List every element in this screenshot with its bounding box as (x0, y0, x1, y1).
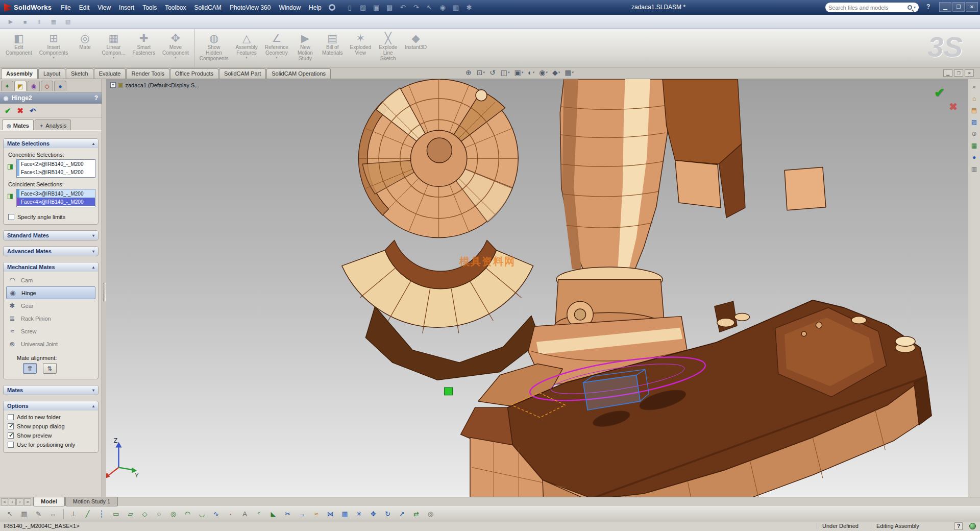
appearances-scenes-icon[interactable]: ● (972, 154, 976, 161)
propertymanager-tab[interactable]: ◩ (14, 81, 27, 91)
selection-row[interactable]: Face<3>@IRB140_-_M200 (17, 189, 95, 198)
selection-row[interactable]: Face<2>@IRB140_-_M200 (17, 160, 95, 168)
model-tab[interactable]: Motion Study 1 (65, 497, 118, 506)
show-hidden-components-button[interactable]: ◍ Show Hidden Components (194, 29, 232, 67)
search-icon[interactable] (908, 5, 912, 10)
open-icon[interactable]: ▨ (359, 4, 368, 11)
command-tab[interactable]: Render Tools (126, 68, 169, 79)
spline-icon[interactable]: ∿ (210, 509, 222, 519)
point-icon[interactable]: ∙ (225, 509, 236, 519)
custom-properties-icon[interactable]: ▥ (971, 165, 977, 173)
macro-stop-icon[interactable]: ■ (19, 17, 31, 27)
circular-pattern-icon[interactable]: ✳ (353, 509, 365, 519)
appearances-icon[interactable]: ◆▾ (552, 68, 560, 77)
snapshot-icon[interactable]: ▧ (62, 17, 74, 27)
concentric-selection-list[interactable]: Face<2>@IRB140_-_M200 Face<1>@IRB140_-_M… (16, 159, 95, 178)
pm-tab[interactable]: ◎Mates (2, 119, 34, 130)
command-tab[interactable]: SolidCAM Part (219, 68, 266, 79)
display-relations-icon[interactable]: ◎ (425, 509, 436, 519)
file-properties-icon[interactable]: ▥ (452, 4, 460, 11)
macro-run-icon[interactable]: ▶ (5, 17, 16, 27)
command-tab[interactable]: Assembly (1, 68, 38, 79)
centerline-icon[interactable]: ┆ (96, 509, 108, 519)
robot-3d-model[interactable]: Z X Y (106, 79, 968, 497)
view-palette-icon[interactable]: ▦ (971, 142, 977, 149)
grid-icon[interactable]: ▦ (18, 509, 30, 519)
design-library-icon[interactable]: ▤ (971, 107, 977, 114)
menu-item[interactable]: PhotoView 360 (226, 2, 275, 13)
first-tab-button[interactable]: « (1, 498, 8, 505)
confirm-ok-button[interactable]: ✔ (934, 85, 945, 100)
feature-tree-collapsed[interactable]: + ▣ zadaca1 (Default<Display S... (110, 82, 200, 88)
help-button[interactable]: ? (926, 3, 930, 10)
select-icon[interactable]: ↖ (4, 509, 16, 519)
doc-minimize-button[interactable]: ▁ (943, 69, 952, 77)
command-tab[interactable]: Layout (38, 68, 65, 79)
print-icon[interactable]: ▤ (385, 4, 394, 11)
confirm-cancel-button[interactable]: ✖ (949, 101, 958, 113)
option-checkbox[interactable]: Show popup dialog (5, 422, 97, 431)
quick-tips-icon[interactable] (969, 523, 976, 529)
checkbox-icon[interactable] (8, 423, 14, 429)
move-component-button[interactable]: ✥ Move Component ▾ (159, 29, 192, 67)
text-icon[interactable]: A (239, 509, 251, 519)
mate-button[interactable]: ◎ Mate (71, 29, 98, 67)
coincident-selection-list[interactable]: Face<3>@IRB140_-_M200 Face<4>@IRB140_-_M… (16, 189, 95, 207)
polygon-icon[interactable]: ◇ (139, 509, 151, 519)
pm-help-button[interactable]: ? (94, 94, 98, 102)
file-explorer-icon[interactable]: ▨ (971, 118, 977, 126)
menu-item[interactable]: Help (305, 2, 326, 13)
trim-icon[interactable]: ✂ (282, 509, 293, 519)
previous-view-icon[interactable]: ↺ (489, 68, 496, 77)
display-style-icon[interactable]: ◐▾ (528, 68, 534, 77)
zoom-area-icon[interactable]: ⊡▾ (477, 68, 485, 77)
checkbox-icon[interactable] (8, 432, 14, 439)
displaymanager-tab[interactable]: ● (54, 81, 66, 91)
option-checkbox[interactable]: Add to new folder (5, 413, 97, 422)
aligned-button[interactable]: ⇈ (23, 363, 37, 374)
perimeter-circle-icon[interactable]: ◎ (167, 509, 179, 519)
fillet-icon[interactable]: ◜ (253, 509, 265, 519)
status-help-button[interactable]: ? (954, 522, 963, 530)
search-box[interactable]: ▾ (825, 3, 919, 12)
mechanical-mates-header[interactable]: Mechanical Mates ▴ (4, 262, 98, 272)
checkbox-icon[interactable] (8, 442, 14, 448)
menu-item[interactable]: Tools (138, 2, 161, 13)
next-tab-button[interactable]: › (16, 498, 23, 505)
cancel-button[interactable]: ✖ (17, 106, 24, 115)
offset-icon[interactable]: ≈ (310, 509, 322, 519)
command-tab[interactable]: Sketch (66, 68, 93, 79)
pm-tab[interactable]: ✦Analysis (35, 119, 71, 130)
zoom-fit-icon[interactable]: ⊕ (465, 68, 472, 77)
menu-item[interactable]: Window (275, 2, 305, 13)
collapse-taskpane-icon[interactable]: « (972, 83, 976, 90)
chamfer-icon[interactable]: ◣ (267, 509, 279, 519)
undo-button[interactable]: ↶ (30, 107, 36, 115)
scene-icon[interactable]: ▦▾ (565, 68, 574, 77)
mechanical-mate-item[interactable]: ⊗Universal Joint (4, 337, 98, 350)
relations-icon[interactable]: ⊥ (63, 509, 79, 519)
prev-tab-button[interactable]: ‹ (9, 498, 16, 505)
menu-item[interactable]: Edit (75, 2, 94, 13)
macro-pause-icon[interactable]: ‖ (34, 17, 45, 27)
options-gear-icon[interactable]: ✱ (465, 4, 474, 11)
advanced-mates-header[interactable]: Advanced Mates ▾ (4, 247, 98, 256)
menu-item[interactable]: Toolbox (161, 2, 190, 13)
save-icon[interactable]: ▣ (372, 4, 381, 11)
panel-splitter[interactable] (102, 79, 106, 497)
option-checkbox[interactable]: Use for positioning only (5, 440, 97, 449)
arc-icon[interactable]: ◠ (182, 509, 193, 519)
insert-components-button[interactable]: ⊞ Insert Components ▾ (36, 29, 72, 67)
search-results-icon[interactable]: ⊕ (971, 130, 976, 137)
search-dropdown-icon[interactable]: ▾ (914, 5, 916, 10)
linear-pattern-icon[interactable]: ▦ (339, 509, 351, 519)
line-icon[interactable]: ╱ (82, 509, 93, 519)
mechanical-mate-item[interactable]: ◉Hinge (6, 286, 95, 299)
new-motion-study-button[interactable]: ▶ New Motion Study (292, 29, 318, 67)
solidworks-resources-icon[interactable]: ⌂ (972, 95, 976, 102)
minimize-button[interactable]: ▁ (939, 2, 951, 12)
frame-icon[interactable]: ▦ (48, 17, 59, 27)
exploded-view-button[interactable]: ✶ Exploded View (347, 29, 375, 67)
mate-selections-header[interactable]: Mate Selections ▴ (4, 139, 98, 148)
menu-item[interactable]: SolidCAM (190, 2, 226, 13)
